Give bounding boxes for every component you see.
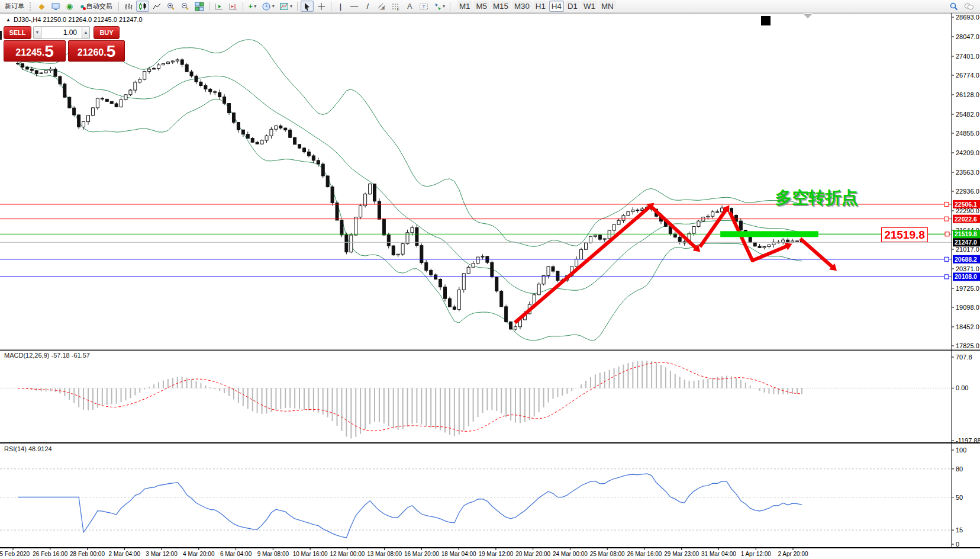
signal-icon[interactable]: ◉ bbox=[63, 1, 76, 12]
computer-icon[interactable] bbox=[49, 1, 62, 12]
level-line-handle bbox=[944, 257, 949, 261]
svg-text:50: 50 bbox=[956, 494, 963, 501]
chart-canvas[interactable]: 28693.028047.027401.026774.026128.025482… bbox=[0, 0, 980, 559]
chart-title: ▲DJ30-,H4 21250.0 21264.0 21245.0 21247.… bbox=[6, 16, 143, 23]
svg-text:28693.0: 28693.0 bbox=[956, 14, 979, 21]
volume-increase-button[interactable]: ▲ bbox=[82, 26, 90, 39]
templates-button[interactable]: ▾ bbox=[278, 1, 294, 12]
svg-text:25 Mar 08:00: 25 Mar 08:00 bbox=[590, 551, 625, 557]
collapse-triangle-icon[interactable]: ▲ bbox=[6, 17, 11, 23]
search-icon[interactable] bbox=[947, 1, 960, 12]
bucket-icon: ● bbox=[80, 2, 85, 10]
chart-shift-marker-icon[interactable] bbox=[803, 14, 813, 18]
toolbar-separator bbox=[331, 2, 331, 11]
cursor-button[interactable] bbox=[301, 1, 314, 12]
level-callout-label[interactable]: 21519.8 bbox=[881, 227, 928, 242]
svg-text:2 Mar 04:00: 2 Mar 04:00 bbox=[109, 551, 141, 557]
chevron-down-icon: ▾ bbox=[290, 4, 292, 9]
add-indicators-button[interactable]: +▾ bbox=[246, 1, 259, 12]
buy-button[interactable]: BUY bbox=[94, 26, 120, 39]
horizontal-line-button[interactable]: — bbox=[348, 1, 360, 12]
bar-chart-button[interactable] bbox=[122, 1, 135, 12]
svg-text:13 Mar 08:00: 13 Mar 08:00 bbox=[367, 551, 402, 557]
svg-text:20688.2: 20688.2 bbox=[955, 256, 977, 263]
timeframe-w1[interactable]: W1 bbox=[581, 1, 598, 12]
timeframe-group: M1 M5 M15 M30 H1 H4 D1 W1 MN bbox=[456, 1, 617, 12]
rsi-indicator-label: RSI(14) 48.9124 bbox=[4, 445, 52, 452]
svg-text:22022.6: 22022.6 bbox=[955, 216, 977, 223]
svg-text:15: 15 bbox=[956, 526, 963, 534]
chevron-down-icon: ▾ bbox=[272, 4, 275, 9]
candles bbox=[17, 58, 804, 330]
buy-price[interactable]: 21260.5 bbox=[68, 40, 125, 62]
community-icon[interactable] bbox=[962, 1, 976, 12]
tile-windows-button[interactable] bbox=[193, 1, 206, 12]
svg-text:24 Mar 00:00: 24 Mar 00:00 bbox=[553, 551, 588, 557]
scroll-to-end-button[interactable] bbox=[212, 1, 225, 12]
svg-text:22506.1: 22506.1 bbox=[955, 201, 977, 208]
toolbar-grip[interactable] bbox=[30, 2, 33, 11]
gold-cube-icon[interactable]: ◆ bbox=[36, 1, 48, 12]
text-button[interactable]: A bbox=[404, 1, 416, 12]
vertical-line-button[interactable]: | bbox=[334, 1, 347, 12]
chevron-down-icon: ▾ bbox=[443, 4, 445, 9]
zoom-out-button[interactable] bbox=[179, 1, 192, 12]
svg-text:20371.0: 20371.0 bbox=[956, 265, 979, 272]
timeframe-m1[interactable]: M1 bbox=[457, 1, 473, 12]
plus-icon: + bbox=[249, 2, 253, 11]
toolbar-separator bbox=[243, 2, 243, 11]
chevron-down-icon: ▾ bbox=[254, 4, 256, 9]
timeframe-m30[interactable]: M30 bbox=[512, 1, 532, 12]
new-order-button[interactable]: 新订单 bbox=[2, 1, 27, 12]
svg-text:28 Feb 00:00: 28 Feb 00:00 bbox=[70, 551, 105, 557]
volume-input[interactable] bbox=[41, 26, 82, 39]
timeframe-d1[interactable]: D1 bbox=[565, 1, 580, 12]
svg-text:0: 0 bbox=[956, 541, 959, 548]
sell-price[interactable]: 21245.5 bbox=[4, 40, 66, 62]
level-line-handle bbox=[944, 275, 949, 279]
macd-indicator-label: MACD(12,26,9) -57.18 -61.57 bbox=[4, 352, 90, 359]
periods-button[interactable]: ▾ bbox=[260, 1, 276, 12]
timeframe-mn[interactable]: MN bbox=[599, 1, 616, 12]
channel-button[interactable]: E bbox=[375, 1, 388, 12]
volume-decrease-button[interactable]: ▼ bbox=[33, 26, 41, 39]
toolbar-separator bbox=[209, 2, 209, 11]
turning-point-annotation[interactable]: 多空转折点 bbox=[775, 187, 858, 209]
svg-text:10 Mar 16:00: 10 Mar 16:00 bbox=[293, 551, 328, 557]
top-toolbar: 新订单 ◆ ◉ ●自动交易 +▾ ▾ ▾ | — / E F A T ▾ M1 … bbox=[0, 0, 980, 13]
svg-text:26 Mar 16:00: 26 Mar 16:00 bbox=[627, 551, 662, 557]
timeframe-h1[interactable]: H1 bbox=[533, 1, 548, 12]
line-chart-button[interactable] bbox=[150, 1, 163, 12]
svg-text:21247.0: 21247.0 bbox=[955, 239, 977, 246]
timeframe-h4[interactable]: H4 bbox=[549, 1, 564, 12]
candlestick-chart-button[interactable] bbox=[136, 1, 149, 12]
toolbar-separator bbox=[450, 2, 450, 11]
svg-text:T: T bbox=[422, 4, 425, 9]
crosshair-button[interactable] bbox=[315, 1, 328, 12]
fibonacci-button[interactable]: F bbox=[389, 1, 402, 12]
svg-text:19098.0: 19098.0 bbox=[956, 304, 979, 311]
svg-text:1 Apr 12:00: 1 Apr 12:00 bbox=[741, 551, 772, 557]
panel-edge-tab[interactable] bbox=[0, 31, 2, 40]
level-line-handle bbox=[944, 202, 949, 206]
fibonacci-icon: F bbox=[391, 2, 401, 11]
svg-text:23563.0: 23563.0 bbox=[956, 169, 979, 176]
label-button[interactable]: T bbox=[417, 1, 430, 12]
support-zone-bar[interactable] bbox=[720, 231, 818, 237]
svg-text:29 Mar 23:00: 29 Mar 23:00 bbox=[664, 551, 699, 557]
trendline-button[interactable]: / bbox=[362, 1, 374, 12]
sell-button[interactable]: SELL bbox=[4, 26, 31, 39]
chart-shift-button[interactable] bbox=[227, 1, 240, 12]
bollinger-band bbox=[18, 40, 802, 247]
trend-arrow[interactable] bbox=[515, 206, 650, 323]
timeframe-m15[interactable]: M15 bbox=[491, 1, 511, 12]
trend-arrow[interactable] bbox=[800, 239, 833, 268]
one-click-trade-panel: SELL ▼ ▲ BUY 21245.5 21260.5 bbox=[4, 25, 127, 62]
autotrade-button[interactable]: ●自动交易 bbox=[77, 1, 115, 12]
channel-icon: E bbox=[377, 2, 386, 11]
arrows-button[interactable]: ▾ bbox=[431, 1, 447, 12]
zoom-in-button[interactable] bbox=[165, 1, 178, 12]
svg-text:25482.0: 25482.0 bbox=[956, 111, 979, 118]
timeframe-m5[interactable]: M5 bbox=[473, 1, 489, 12]
main-chart-layer[interactable] bbox=[17, 40, 804, 340]
